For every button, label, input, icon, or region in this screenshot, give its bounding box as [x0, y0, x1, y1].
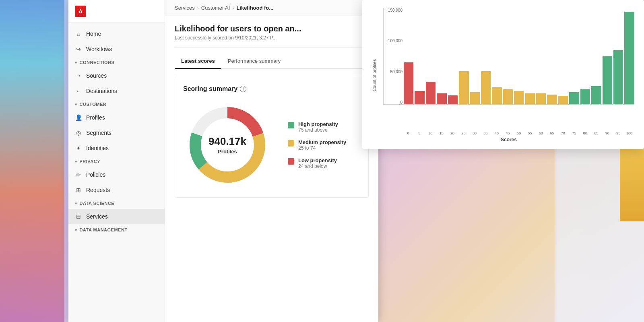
sidebar-item-destinations[interactable]: ← Destinations	[68, 83, 165, 99]
chart-bar-40	[492, 87, 502, 104]
main-application-window: A ⌂ Home ↪ Workflows ▾ CONNECTIONS → Sou…	[68, 0, 378, 322]
tab-latest-scores[interactable]: Latest scores	[175, 54, 221, 69]
chart-bar-15	[437, 93, 446, 104]
legend-item-medium: Medium propensity 25 to 74	[288, 139, 346, 151]
breadcrumb-customer-ai[interactable]: Customer AI	[201, 5, 230, 11]
main-content-area: Services › Customer AI › Likelihood fo..…	[165, 0, 378, 322]
chart-bar-80	[580, 89, 590, 104]
sidebar-item-sources[interactable]: → Sources	[68, 68, 165, 83]
chart-bar-100	[624, 12, 634, 104]
sidebar-item-workflows[interactable]: ↪ Workflows	[68, 41, 165, 57]
x-label-65: 65	[547, 131, 557, 135]
chart-bar-50	[514, 91, 524, 104]
chart-bar-65	[547, 95, 557, 104]
workflows-icon: ↪	[75, 45, 82, 53]
sidebar-logo-area: A	[68, 0, 165, 23]
breadcrumb-current: Likelihood fo...	[236, 5, 273, 11]
x-label-5: 5	[414, 131, 424, 135]
x-label-55: 55	[525, 131, 535, 135]
legend-text-low: Low propensity 24 and below	[298, 157, 337, 169]
sidebar-navigation: ⌂ Home ↪ Workflows ▾ CONNECTIONS → Sourc…	[68, 23, 165, 322]
identities-icon: ✦	[75, 144, 82, 152]
sidebar-item-identities[interactable]: ✦ Identities	[68, 140, 165, 156]
tab-bar: Latest scores Performance summary	[175, 54, 369, 69]
breadcrumb: Services › Customer AI › Likelihood fo..…	[165, 0, 378, 16]
x-label-80: 80	[580, 131, 590, 135]
chart-bar-70	[558, 96, 568, 104]
donut-center-label: 940.17k Profiles	[208, 135, 246, 155]
page-content: Likelihood for users to open an... Last …	[165, 16, 378, 322]
chart-bar-10	[426, 82, 436, 104]
x-label-100: 100	[624, 131, 634, 135]
chart-bar-20	[448, 95, 458, 104]
sidebar-item-services[interactable]: ⊟ Services	[68, 209, 165, 224]
policies-icon: ✏	[75, 171, 82, 178]
x-label-85: 85	[591, 131, 601, 135]
chart-bar-30	[470, 92, 480, 104]
chevron-down-icon-4: ▾	[75, 201, 77, 206]
segments-icon: ◎	[75, 129, 82, 136]
background-left-gradient	[0, 0, 64, 322]
x-label-10: 10	[425, 131, 435, 135]
section-connections[interactable]: ▾ CONNECTIONS	[68, 57, 165, 68]
chart-bar-25	[459, 71, 469, 104]
sidebar-item-segments[interactable]: ◎ Segments	[68, 125, 165, 140]
legend-text-medium: Medium propensity 25 to 74	[298, 139, 346, 151]
chart-x-labels: 0510152025303540455055606570758085909510…	[383, 131, 634, 135]
scoring-summary-section: Scoring summary i	[175, 77, 369, 198]
section-data-science[interactable]: ▾ DATA SCIENCE	[68, 198, 165, 209]
services-icon: ⊟	[75, 213, 82, 220]
x-label-0: 0	[403, 131, 413, 135]
tab-performance-summary[interactable]: Performance summary	[221, 54, 287, 69]
scoring-content: 940.17k Profiles High propensity 75 and …	[183, 101, 360, 189]
sidebar-item-home[interactable]: ⌂ Home	[68, 26, 165, 41]
chart-window: Count of profiles 150,000 100,000 50,000…	[362, 0, 644, 149]
home-icon: ⌂	[75, 30, 82, 37]
x-label-40: 40	[492, 131, 502, 135]
breadcrumb-services[interactable]: Services	[175, 5, 195, 11]
chart-bar-85	[591, 86, 601, 104]
x-label-90: 90	[602, 131, 612, 135]
chevron-down-icon-3: ▾	[75, 159, 77, 164]
info-icon[interactable]: i	[240, 86, 246, 92]
chart-bar-45	[503, 89, 513, 104]
section-data-management[interactable]: ▾ DATA MANAGEMENT	[68, 224, 165, 235]
legend-color-low	[288, 158, 294, 165]
section-customer[interactable]: ▾ CUSTOMER	[68, 99, 165, 110]
legend-color-medium	[288, 140, 294, 147]
x-label-30: 30	[470, 131, 479, 135]
chart-bar-60	[536, 93, 546, 104]
chevron-down-icon-5: ▾	[75, 228, 77, 232]
x-label-20: 20	[448, 131, 457, 135]
page-subtitle: Last successfully scored on 9/10/2021, 3…	[175, 35, 369, 41]
donut-chart: 940.17k Profiles	[183, 101, 272, 189]
sidebar: A ⌂ Home ↪ Workflows ▾ CONNECTIONS → Sou…	[68, 0, 165, 322]
x-label-95: 95	[613, 131, 623, 135]
x-label-25: 25	[458, 131, 468, 135]
legend-item-high: High propensity 75 and above	[288, 121, 346, 133]
x-axis-title: Scores	[383, 137, 634, 142]
sidebar-item-requests[interactable]: ⊞ Requests	[68, 182, 165, 198]
chart-legend: High propensity 75 and above Medium prop…	[288, 121, 346, 169]
requests-icon: ⊞	[75, 186, 82, 194]
sidebar-item-policies[interactable]: ✏ Policies	[68, 167, 165, 182]
donut-value: 940.17k	[208, 135, 246, 148]
y-axis-label: Count of profiles	[372, 59, 377, 91]
chart-bar-0	[404, 62, 413, 104]
section-privacy[interactable]: ▾ PRIVACY	[68, 156, 165, 167]
x-label-60: 60	[536, 131, 546, 135]
chart-bar-35	[481, 71, 491, 104]
breadcrumb-separator-2: ›	[232, 5, 234, 11]
profiles-icon: 👤	[75, 114, 82, 121]
legend-color-high	[288, 122, 294, 128]
chevron-down-icon: ▾	[75, 60, 77, 65]
sources-icon: →	[75, 72, 82, 79]
gold-accent-bar	[620, 141, 644, 221]
sidebar-item-profiles[interactable]: 👤 Profiles	[68, 110, 165, 125]
donut-label: Profiles	[218, 149, 237, 155]
chart-bar-75	[569, 92, 579, 104]
chart-bar-5	[415, 91, 424, 104]
scoring-summary-title: Scoring summary i	[183, 85, 360, 93]
legend-item-low: Low propensity 24 and below	[288, 157, 346, 169]
chart-bar-90	[603, 56, 612, 104]
